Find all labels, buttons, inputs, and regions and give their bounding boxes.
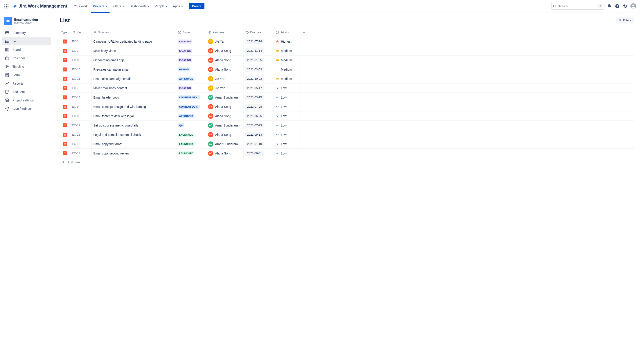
cell-summary[interactable]: Onboarding email drip xyxy=(92,56,176,64)
cell-due-date[interactable]: 2021-06-01 xyxy=(244,149,274,158)
cell-summary[interactable]: Email copy first draft xyxy=(92,140,176,148)
sidebar-item-list[interactable]: List xyxy=(2,37,51,45)
settings-icon[interactable] xyxy=(622,3,628,9)
cell-summary[interactable]: Email copy second review xyxy=(92,149,176,158)
cell-key[interactable]: EC-9 xyxy=(70,102,92,111)
cell-assignee[interactable]: ASAmar Sundaram xyxy=(206,93,244,102)
cell-assignee[interactable]: ASAmar Sundaram xyxy=(206,121,244,130)
cell-assignee[interactable]: ASAlana Song xyxy=(206,56,244,64)
column-due-date[interactable]: Due date xyxy=(244,28,274,36)
cell-due-date[interactable]: 2021-06-25 xyxy=(244,112,274,120)
cell-summary[interactable]: Post-sales campaign email xyxy=(92,74,176,83)
cell-summary[interactable]: Legal and compliance email check xyxy=(92,130,176,139)
cell-assignee[interactable]: JYJie Yan xyxy=(206,74,244,83)
cell-key[interactable]: EC-8 xyxy=(70,56,92,64)
project-header[interactable]: Email campaign Business project xyxy=(2,16,51,26)
profile-avatar[interactable] xyxy=(630,3,636,9)
cell-priority[interactable]: Low xyxy=(274,140,300,148)
cell-status[interactable]: CONTENT DEV.. xyxy=(176,102,206,111)
cell-due-date[interactable]: 2021-03-03 xyxy=(244,65,274,74)
cell-summary[interactable]: Email concept design and wireframing xyxy=(92,102,176,111)
cell-assignee[interactable]: ASAlana Song xyxy=(206,102,244,111)
cell-assignee[interactable]: ASAlana Song xyxy=(206,46,244,55)
add-item-row[interactable]: Add item xyxy=(60,158,634,166)
cell-assignee[interactable]: ASAlana Song xyxy=(206,112,244,120)
cell-key[interactable]: EC-14 xyxy=(70,93,92,102)
search-input[interactable] xyxy=(558,4,597,8)
search-box[interactable]: / xyxy=(551,3,604,10)
nav-filters[interactable]: Filters xyxy=(110,3,126,9)
cell-priority[interactable]: Medium xyxy=(274,65,300,74)
cell-due-date[interactable]: 2021-03-15 xyxy=(244,93,274,102)
app-switcher-icon[interactable] xyxy=(4,4,9,9)
cell-priority[interactable]: Medium xyxy=(274,46,300,55)
nav-dashboards[interactable]: Dashboards xyxy=(127,3,152,9)
cell-status[interactable]: LAUNCHED xyxy=(176,149,206,158)
cell-status[interactable]: APPROVED xyxy=(176,74,206,83)
cell-status[interactable]: IDEATING xyxy=(176,46,206,55)
nav-your-work[interactable]: Your work xyxy=(72,3,90,9)
cell-status[interactable]: QA xyxy=(176,121,206,130)
cell-key[interactable]: EC-16 xyxy=(70,140,92,148)
cell-priority[interactable]: Medium xyxy=(274,56,300,64)
cell-summary[interactable]: Pre-sales campaign email xyxy=(92,65,176,74)
cell-status[interactable]: IDEATING xyxy=(176,37,206,46)
cell-status[interactable]: LAUNCHED xyxy=(176,130,206,139)
cell-key[interactable]: EC-10 xyxy=(70,65,92,74)
cell-status[interactable]: DESIGN xyxy=(176,65,206,74)
cell-status[interactable]: APPROVED xyxy=(176,112,206,120)
cell-status[interactable]: IDEATING xyxy=(176,56,206,64)
cell-status[interactable]: CONTENT DEV.. xyxy=(176,93,206,102)
cell-assignee[interactable]: ASAlana Song xyxy=(206,65,244,74)
nav-projects[interactable]: Projects xyxy=(91,3,110,9)
sidebar-item-calendar[interactable]: Calendar xyxy=(2,54,51,62)
cell-key[interactable]: EC-12 xyxy=(70,121,92,130)
cell-summary[interactable]: Email header copy xyxy=(92,93,176,102)
notifications-icon[interactable] xyxy=(606,3,612,9)
cell-priority[interactable]: Low xyxy=(274,112,300,120)
cell-assignee[interactable]: JYJie Yan xyxy=(206,37,244,46)
cell-priority[interactable]: Low xyxy=(274,149,300,158)
cell-priority[interactable]: Low xyxy=(274,121,300,130)
cell-priority[interactable]: Highest xyxy=(274,37,300,46)
cell-assignee[interactable]: ASAlana Song xyxy=(206,149,244,158)
cell-priority[interactable]: Low xyxy=(274,84,300,92)
cell-due-date[interactable]: 2021-11-14 xyxy=(244,46,274,55)
sidebar-item-reports[interactable]: Reports xyxy=(2,80,51,88)
product-logo[interactable]: Jira Work Management xyxy=(13,4,67,9)
add-column-button[interactable] xyxy=(300,28,309,36)
table-row[interactable]: EC-12 Set up success metric guardrails Q… xyxy=(60,121,634,130)
cell-due-date[interactable]: 2021-09-13 xyxy=(244,130,274,139)
table-row[interactable]: EC-7 Main email body content IDEATING JY… xyxy=(60,84,634,93)
cell-priority[interactable]: Low xyxy=(274,102,300,111)
cell-due-date[interactable]: 2021-07-23 xyxy=(244,121,274,130)
cell-summary[interactable]: Set up success metric guardrails xyxy=(92,121,176,130)
cell-key[interactable]: EC-17 xyxy=(70,149,92,158)
table-row[interactable]: EC-8 Onboarding email drip IDEATING ASAl… xyxy=(60,56,634,65)
cell-assignee[interactable]: ASAlana Song xyxy=(206,130,244,139)
table-row[interactable]: EC-14 Email header copy CONTENT DEV.. AS… xyxy=(60,93,634,102)
table-row[interactable]: EC-1 Main body video IDEATING ASAlana So… xyxy=(60,46,634,56)
column-assignee[interactable]: Assignee xyxy=(206,28,244,36)
cell-due-date[interactable]: 2021-07-24 xyxy=(244,37,274,46)
cell-status[interactable]: LAUNCHED xyxy=(176,140,206,148)
sidebar-item-timeline[interactable]: Timeline xyxy=(2,62,51,70)
sidebar-item-add-item[interactable]: Add item xyxy=(2,88,51,96)
table-row[interactable]: EC-9 Email concept design and wireframin… xyxy=(60,102,634,112)
column-priority[interactable]: Priority xyxy=(274,28,300,36)
cell-summary[interactable]: Main email body content xyxy=(92,84,176,92)
cell-key[interactable]: EC-9 xyxy=(70,112,92,120)
cell-due-date[interactable]: 2021-05-17 xyxy=(244,84,274,92)
cell-assignee[interactable]: JYJie Yan xyxy=(206,84,244,92)
cell-summary[interactable]: Main body video xyxy=(92,46,176,55)
table-row[interactable]: EC-16 Email copy first draft LAUNCHED AS… xyxy=(60,140,634,149)
cell-due-date[interactable]: 2021-01-10 xyxy=(244,140,274,148)
help-icon[interactable]: ? xyxy=(614,3,620,9)
nav-apps[interactable]: Apps xyxy=(171,3,185,9)
cell-priority[interactable]: Low xyxy=(274,130,300,139)
cell-key[interactable]: EC-2 xyxy=(70,37,92,46)
sidebar-item-summary[interactable]: Summary xyxy=(2,29,51,37)
cell-key[interactable]: EC-7 xyxy=(70,84,92,92)
sidebar-item-give-feedback[interactable]: Give feedback xyxy=(2,105,51,113)
nav-people[interactable]: People xyxy=(153,3,170,9)
